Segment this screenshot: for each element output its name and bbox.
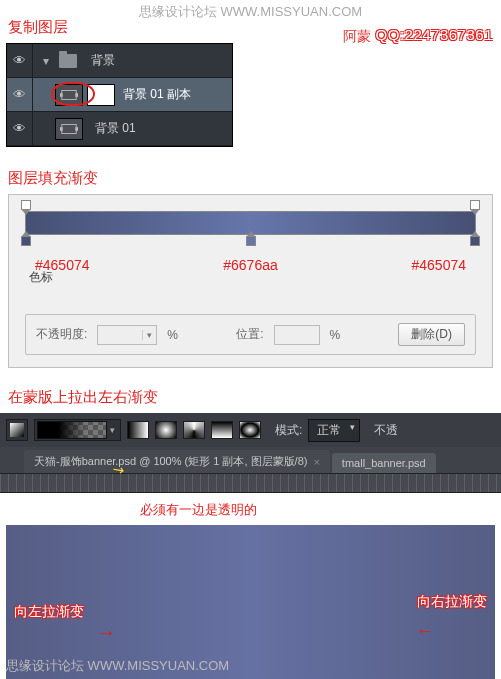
section3-title: 在蒙版上拉出左右渐变 (8, 388, 501, 407)
opacity-input[interactable]: ▾ (97, 325, 157, 345)
mode-select[interactable]: 正常▾ (308, 419, 360, 442)
svg-rect-0 (62, 90, 76, 99)
watermark-top: 思缘设计论坛 WWW.MISSYUAN.COM (139, 3, 362, 21)
layer-name: 背景 01 副本 (123, 86, 191, 103)
gradient-preview-dropdown[interactable]: ▾ (34, 419, 121, 441)
visibility-icon[interactable]: 👁 (7, 112, 33, 145)
delete-button[interactable]: 删除(D) (398, 323, 465, 346)
note-text: 必须有一边是透明的 (140, 501, 501, 519)
opacity-stop-left[interactable] (21, 200, 31, 210)
visibility-icon[interactable]: 👁 (7, 78, 33, 111)
color-code-right: #465074 (411, 257, 466, 273)
svg-rect-2 (75, 93, 78, 97)
angle-gradient-button[interactable] (183, 421, 205, 439)
watermark-bottom: 思缘设计论坛 WWW.MISSYUAN.COM (6, 657, 229, 675)
svg-rect-4 (60, 127, 63, 131)
reflected-gradient-button[interactable] (211, 421, 233, 439)
arrow-right-icon: → (96, 621, 116, 644)
color-code-mid: #6676aa (223, 257, 278, 273)
pull-left-label: 向左拉渐变 (14, 603, 84, 621)
opacity-label-trunc: 不透 (374, 422, 398, 439)
gradient-editor: #465074 #6676aa #465074 色标 不透明度: ▾ % 位置:… (8, 194, 493, 368)
author-qq: QQ:2247367361 (376, 26, 493, 43)
pct-label: % (330, 328, 341, 342)
opacity-stop-right[interactable] (470, 200, 480, 210)
position-label: 位置: (236, 326, 263, 343)
ruler (0, 473, 501, 493)
layer-row-selected[interactable]: 👁 背景 01 副本 (7, 78, 232, 112)
svg-rect-1 (60, 93, 63, 97)
author-label: 阿蒙 (343, 28, 371, 46)
color-code-left: #465074 (35, 257, 90, 273)
document-tabs: 天猫-服饰banner.psd @ 100% (矩形 1 副本, 图层蒙版/8)… (0, 447, 501, 473)
layer-row[interactable]: 👁 背景 01 (7, 112, 232, 146)
folder-icon (59, 54, 77, 68)
gradient-tool-icon[interactable] (6, 419, 28, 441)
color-stop-mid[interactable] (246, 236, 256, 246)
stops-controls: 不透明度: ▾ % 位置: % 删除(D) (25, 314, 476, 355)
chevron-down-icon[interactable]: ▾ (142, 330, 156, 340)
linear-gradient-button[interactable] (127, 421, 149, 439)
chevron-down-icon[interactable]: ▾ (107, 425, 118, 435)
gradient-preview (37, 421, 107, 439)
close-icon[interactable]: × (313, 456, 319, 468)
options-bar: ▾ 模式: 正常▾ 不透 (0, 413, 501, 447)
diamond-gradient-button[interactable] (239, 421, 261, 439)
shape-thumb-icon (55, 84, 83, 106)
disclosure-icon[interactable]: ▾ (33, 54, 59, 68)
photoshop-ui: ▾ 模式: 正常▾ 不透 天猫-服饰banner.psd @ 100% (矩形 … (0, 413, 501, 519)
color-stop-left[interactable] (21, 236, 31, 246)
visibility-icon[interactable]: 👁 (7, 44, 33, 77)
mode-label: 模式: (275, 422, 302, 439)
color-stop-right[interactable] (470, 236, 480, 246)
chevron-down-icon: ▾ (350, 422, 355, 432)
gradient-bar[interactable] (25, 211, 476, 235)
position-input[interactable] (274, 325, 320, 345)
tab-inactive[interactable]: tmall_banner.psd (332, 453, 436, 473)
layer-name: 背景 01 (95, 120, 136, 137)
svg-rect-3 (62, 124, 76, 133)
shape-thumb-icon (55, 118, 83, 140)
pull-right-label: 向右拉渐变 (417, 593, 487, 611)
radial-gradient-button[interactable] (155, 421, 177, 439)
section2-title: 图层填充渐变 (8, 169, 501, 188)
layers-panel: 👁 ▾ 背景 👁 背景 01 副本 👁 背景 01 (6, 43, 233, 147)
svg-rect-5 (75, 127, 78, 131)
layer-row-folder[interactable]: 👁 ▾ 背景 (7, 44, 232, 78)
tab-active[interactable]: 天猫-服饰banner.psd @ 100% (矩形 1 副本, 图层蒙版/8)… (24, 450, 330, 473)
arrow-left-icon: ← (415, 619, 435, 642)
opacity-label: 不透明度: (36, 326, 87, 343)
layer-name: 背景 (91, 52, 115, 69)
pct-label: % (167, 328, 178, 342)
gradient-canvas: 向左拉渐变 → 向右拉渐变 ← (6, 525, 495, 679)
mask-thumb-icon (87, 84, 115, 106)
